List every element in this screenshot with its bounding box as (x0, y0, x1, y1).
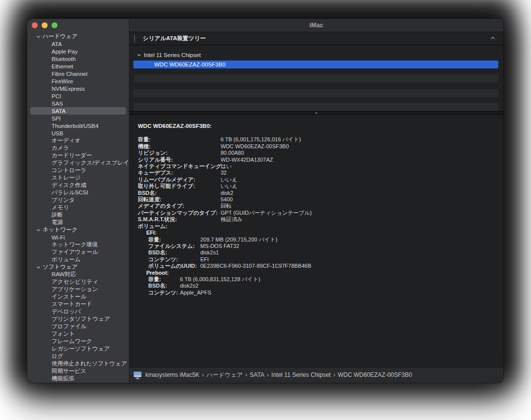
sidebar-item[interactable]: 機能拡張 (30, 375, 126, 382)
sidebar-item[interactable]: プリンタ (30, 196, 126, 204)
sidebar-item[interactable]: Wi-Fi (30, 234, 126, 241)
sidebar-item[interactable]: プリンタソフトウェア (30, 315, 126, 323)
sidebar-item[interactable]: スマートカード (30, 300, 126, 308)
property-value: 検証済み (221, 216, 242, 223)
sidebar-item-label: パラレルSCSI (52, 189, 88, 196)
window-title: iMac (309, 22, 323, 29)
sidebar-item[interactable]: ディスク作成 (30, 181, 126, 189)
sidebar-item[interactable]: FireWire (30, 77, 126, 85)
sidebar-item[interactable]: デベロッパ (30, 308, 126, 315)
property-value: disk2s1 (200, 249, 219, 256)
breadcrumb-separator: › (245, 371, 247, 378)
sidebar-item[interactable]: ATA (30, 40, 126, 48)
sidebar-item-label: ボリューム (52, 256, 81, 263)
sidebar-item[interactable]: Fibre Channel (30, 70, 126, 77)
sidebar-group-label: ハードウェア (43, 33, 77, 40)
imac-computer-icon (133, 371, 142, 379)
sidebar-item[interactable]: SAS (30, 100, 126, 107)
property-row: 容量: 6 TB (6,001,175,126,016 バイト) (138, 136, 498, 143)
sidebar-item[interactable]: NVMExpress (30, 85, 126, 92)
property-value: 回転 (221, 203, 232, 209)
chevron-down-icon[interactable] (36, 228, 41, 233)
breadcrumb-segment: WDC WD60EZAZ-00SF3B0 (338, 371, 412, 378)
sidebar-item[interactable]: プロファイル (30, 323, 126, 330)
close-button[interactable] (32, 22, 38, 28)
tree-group-row[interactable]: Intel 11 Series Chipset (137, 52, 201, 58)
sidebar-item[interactable]: フレームワーク (30, 338, 126, 345)
sidebar-item-label: カードリーダー (52, 152, 92, 159)
sidebar-item[interactable]: アプリケーション (30, 286, 126, 293)
sidebar-item[interactable]: グラフィックス/ディスプレイ (30, 159, 126, 167)
sidebar-item[interactable]: Apple Pay (30, 48, 126, 55)
sidebar-group-row[interactable]: ソフトウェア (30, 263, 126, 271)
sidebar-group-label: ネットワーク (43, 226, 77, 234)
chevron-down-icon[interactable] (36, 265, 41, 270)
tree-selected-row[interactable]: WDC WD60EZAZ-00SF3B0 (133, 60, 498, 68)
property-row: 取り外し可能ドライブ: いいえ (138, 183, 498, 189)
property-value: WD-WX42DA1307AZ (221, 157, 273, 163)
sidebar-item[interactable]: ストレージ (30, 174, 126, 181)
sidebar-item-label: グラフィックス/ディスプレイ (52, 159, 129, 167)
sidebar-item[interactable]: RAW対応 (30, 271, 126, 278)
sidebar-item-label: USB (52, 130, 63, 136)
property-label: 容量: (148, 276, 180, 283)
sidebar-item[interactable]: 同期サービス (30, 367, 126, 375)
empty-tree-row (133, 74, 498, 82)
sidebar-item[interactable]: レガシーソフトウェア (30, 345, 126, 353)
sidebar-item[interactable]: 診断 (30, 211, 126, 219)
sidebar-group-label: ソフトウェア (43, 263, 78, 271)
sidebar-item-label: NVMExpress (52, 86, 85, 92)
property-row: パーティションマップのタイプ: GPT (GUIDパーティションテーブル) (138, 210, 498, 216)
property-value: いいえ (221, 177, 237, 183)
property-row: ネイティブコマンドキューイング: はい (138, 163, 498, 170)
sidebar-group-row[interactable]: ネットワーク (30, 226, 126, 234)
sidebar-item[interactable]: パラレルSCSI (30, 189, 126, 196)
breadcrumb-separator: › (202, 371, 204, 378)
sidebar-item[interactable]: メモリ (30, 204, 126, 211)
splitter-handle[interactable] (129, 111, 503, 115)
sidebar-item[interactable]: インストール (30, 293, 126, 300)
sidebar-item[interactable]: コントローラ (30, 167, 126, 174)
sidebar-item[interactable]: ログ (30, 353, 126, 360)
sidebar-item[interactable]: Thunderbolt/USB4 (30, 122, 126, 129)
sidebar-item[interactable]: USB (30, 129, 126, 137)
sidebar-item[interactable]: カードリーダー (30, 152, 126, 159)
tree-selected-label: WDC WD60EZAZ-00SF3B0 (154, 61, 226, 67)
sidebar-item[interactable]: アクセシビリティ (30, 278, 126, 286)
property-row: コンテンツ: Apple_APFS (148, 290, 498, 296)
sidebar-item[interactable]: Ethernet (30, 62, 126, 70)
sidebar-item-label: プリンタソフトウェア (52, 315, 110, 323)
sidebar-item[interactable]: ボリューム (30, 256, 126, 263)
sidebar-item[interactable]: PCI (30, 92, 126, 100)
property-value: disk2 (221, 190, 234, 196)
sidebar-item-label: SPI (52, 116, 61, 121)
property-label: リビジョン: (138, 150, 221, 156)
property-row: コンテンツ: EFI (148, 256, 498, 263)
sidebar-item[interactable]: 使用停止されたソフトウェア (30, 360, 126, 367)
sidebar-item[interactable]: SPI (30, 115, 126, 122)
sidebar-item-label: メモリ (52, 204, 69, 211)
device-tree: Intel 11 Series Chipset WDC WD60EZAZ-00S… (129, 45, 503, 111)
sidebar-item[interactable]: 電源 (30, 219, 126, 226)
chevron-down-icon[interactable] (137, 53, 141, 58)
volume-block: EFI: 容量: 209.7 MB (209,715,200 バイト) ファイル… (146, 230, 498, 269)
property-value: 6 TB (6,000,831,152,128 バイト) (180, 276, 260, 283)
property-value: Apple_APFS (180, 290, 211, 296)
sidebar-group-row[interactable]: ハードウェア (30, 33, 126, 40)
collapse-section-icon[interactable] (490, 36, 495, 40)
fullscreen-button[interactable] (52, 22, 58, 28)
sidebar-item[interactable]: ネットワーク環境 (30, 241, 126, 248)
sidebar-item[interactable]: オーディオ (30, 137, 126, 144)
sidebar-item[interactable]: ファイアウォール (30, 248, 126, 256)
sidebar-item[interactable]: Bluetooth (30, 55, 126, 62)
chevron-down-icon[interactable] (36, 35, 41, 39)
property-value: 5400 (221, 196, 233, 203)
sidebar-item[interactable]: カメラ (30, 144, 126, 152)
property-row: 容量: 6 TB (6,000,831,152,128 バイト) (148, 276, 498, 283)
sidebar-item-selected[interactable]: SATA (30, 107, 126, 115)
minimize-button[interactable] (42, 22, 48, 28)
sidebar-item-label: フォント (52, 330, 75, 338)
sidebar-item-label: スマートカード (52, 300, 92, 308)
section-header: シリアルATA装置ツリー (129, 32, 503, 45)
sidebar-item[interactable]: フォント (30, 330, 126, 338)
